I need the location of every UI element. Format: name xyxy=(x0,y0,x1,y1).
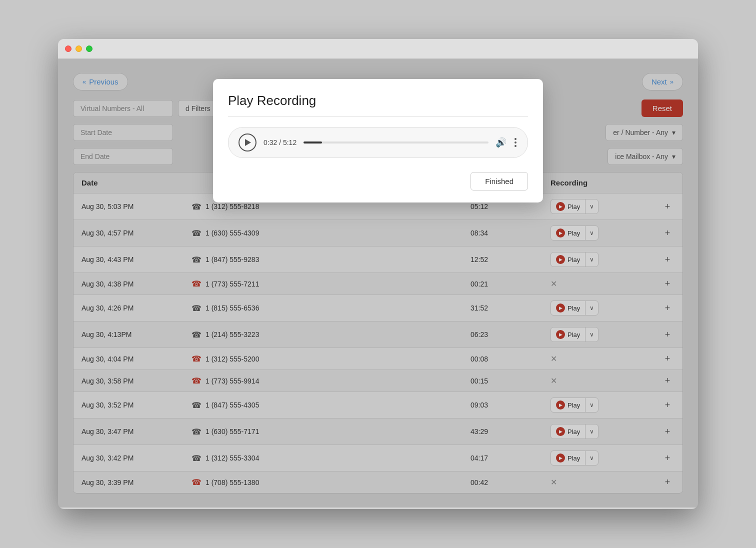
progress-bar[interactable] xyxy=(304,142,488,144)
play-recording-modal: Play Recording 0:32 / 5:12 🔊 xyxy=(213,79,543,202)
traffic-lights xyxy=(65,46,92,52)
audio-player: 0:32 / 5:12 🔊 xyxy=(228,127,528,158)
more-options-icon[interactable] xyxy=(514,137,518,148)
maximize-button[interactable] xyxy=(86,46,92,52)
modal-actions: Finished xyxy=(228,172,528,190)
progress-fill xyxy=(304,142,322,144)
volume-icon[interactable]: 🔊 xyxy=(496,137,506,148)
main-content: « Previous Next » Virtual Numbers - All … xyxy=(58,59,698,508)
play-pause-button[interactable] xyxy=(238,134,256,152)
modal-overlay: Play Recording 0:32 / 5:12 🔊 xyxy=(58,59,698,508)
close-button[interactable] xyxy=(65,46,72,52)
minimize-button[interactable] xyxy=(76,46,82,52)
play-icon xyxy=(245,139,251,146)
finished-button[interactable]: Finished xyxy=(470,172,528,190)
modal-title: Play Recording xyxy=(228,93,528,117)
titlebar xyxy=(58,39,698,59)
time-display: 0:32 / 5:12 xyxy=(264,138,296,146)
app-window: « Previous Next » Virtual Numbers - All … xyxy=(58,39,698,509)
